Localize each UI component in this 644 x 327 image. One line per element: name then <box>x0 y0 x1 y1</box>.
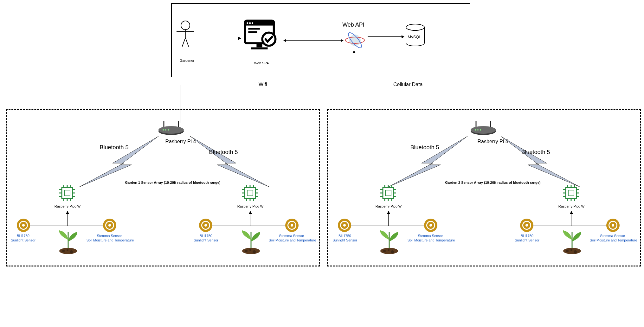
svg-point-84 <box>388 249 390 251</box>
g2-bt-left-label: Bluetooth 5 <box>404 144 445 151</box>
web-spa-icon <box>241 16 282 58</box>
svg-rect-85 <box>566 188 576 198</box>
g2-right-light-sensor-icon <box>520 219 533 232</box>
garden1-router-icon <box>157 120 185 139</box>
g2-left-soil-l2: Soil Moisture and Temperature <box>403 238 459 243</box>
g2-right-chip-label: Rasberry Pico W <box>556 204 587 208</box>
svg-point-18 <box>165 129 166 131</box>
g1-right-chip-label: Rasberry Pico W <box>235 204 266 208</box>
garden1-title: Garden 1 Sensor Array (10-20ft radius of… <box>109 181 236 184</box>
uplink-split-hline <box>181 85 485 85</box>
svg-point-81 <box>380 248 398 254</box>
g2-bt-right-label: Bluetooth 5 <box>515 149 556 156</box>
svg-point-48 <box>67 249 68 251</box>
svg-point-23 <box>471 126 496 134</box>
svg-point-100 <box>566 250 569 252</box>
svg-point-19 <box>168 129 169 131</box>
svg-point-63 <box>242 248 260 254</box>
web-spa-label: Web SPA <box>250 61 273 65</box>
g1-right-soil-sensor-icon <box>285 219 299 232</box>
g1-bt-left-label: Bluetooth 5 <box>93 144 135 151</box>
svg-point-101 <box>574 250 577 253</box>
api-uplink-vline <box>354 51 354 85</box>
g1-left-soil-l2: Soil Moisture and Temperature <box>82 238 138 243</box>
g2-right-soil-l2: Soil Moisture and Temperature <box>586 238 641 243</box>
svg-rect-7 <box>256 43 262 48</box>
svg-point-2 <box>247 22 248 24</box>
wifi-label: Wifi <box>257 82 269 87</box>
svg-point-102 <box>570 249 572 251</box>
svg-point-24 <box>475 129 476 131</box>
svg-point-64 <box>245 250 248 252</box>
g1-left-plant-icon <box>55 226 81 257</box>
svg-point-25 <box>477 129 479 131</box>
g2-right-light-l1: BH1750 <box>514 234 540 238</box>
cellular-label: Cellular Data <box>391 82 424 87</box>
gardener-icon <box>174 21 196 51</box>
mysql-icon: MySQL <box>406 24 423 46</box>
svg-marker-29 <box>388 136 467 187</box>
svg-point-65 <box>253 250 256 253</box>
g1-right-soil-l1: Stemma Sensor <box>276 234 307 238</box>
svg-rect-50 <box>247 190 253 196</box>
g2-right-light-l2: Sunlight Sensor <box>511 238 543 243</box>
g2-right-soil-sensor-icon <box>606 219 620 232</box>
g1-bt-right-label: Bluetooth 5 <box>203 149 244 156</box>
svg-rect-67 <box>383 188 394 198</box>
g2-left-light-sensor-icon <box>338 219 351 232</box>
mysql-label: MySQL <box>406 35 423 39</box>
g1-left-soil-l1: Stemma Sensor <box>93 234 125 238</box>
g2-left-plant-to-pico <box>388 211 389 226</box>
garden2-title: Garden 2 Sensor Array (10-20ft radius of… <box>429 181 556 184</box>
svg-point-46 <box>62 250 65 252</box>
svg-point-82 <box>383 250 386 252</box>
g1-right-chip-icon <box>241 184 259 203</box>
g1-left-chip-label: Rasberry Pico W <box>52 204 83 208</box>
svg-point-4 <box>252 22 253 24</box>
g2-right-chip-icon <box>562 184 580 203</box>
g1-left-light-l2: Sunlight Sensor <box>7 238 39 243</box>
g1-right-plant-to-pico <box>250 211 250 226</box>
svg-point-45 <box>59 248 77 254</box>
svg-point-16 <box>158 126 184 134</box>
g1-left-soil-sensor-icon <box>103 219 116 232</box>
svg-point-83 <box>391 250 394 253</box>
garden2-router-icon <box>469 120 498 139</box>
g1-right-light-sensor-icon <box>199 219 212 232</box>
g1-left-light-sensor-icon <box>17 219 30 232</box>
g2-right-plant-to-pico <box>571 211 571 226</box>
g1-right-plant-icon <box>238 226 264 257</box>
svg-marker-30 <box>501 136 580 187</box>
spa-api-arrow <box>284 40 343 41</box>
g1-right-soil-l2: Soil Moisture and Temperature <box>265 238 320 243</box>
svg-rect-68 <box>385 190 391 196</box>
g2-left-light-l2: Sunlight Sensor <box>329 238 361 243</box>
g2-left-soil-l1: Stemma Sensor <box>415 234 446 238</box>
svg-point-3 <box>249 22 251 24</box>
g1-right-light-l1: BH1750 <box>193 234 219 238</box>
svg-point-99 <box>563 248 581 254</box>
gardener-label: Gardener <box>174 59 200 62</box>
api-to-mysql-arrow <box>368 36 404 37</box>
svg-point-17 <box>163 129 164 131</box>
architecture-diagram: Gardener Web SPA Web API MySQL <box>0 0 644 327</box>
web-api-icon <box>344 32 366 50</box>
svg-rect-31 <box>62 188 73 198</box>
gardener-to-spa-arrow <box>200 38 241 38</box>
g2-right-plant-icon <box>559 226 585 257</box>
svg-rect-49 <box>245 188 255 198</box>
g1-left-light-l1: BH1750 <box>10 234 36 238</box>
svg-rect-8 <box>251 48 268 50</box>
svg-point-66 <box>249 249 251 251</box>
svg-rect-32 <box>64 190 70 196</box>
web-api-label: Web API <box>336 22 371 28</box>
g2-left-chip-label: Rasberry Pico W <box>373 204 404 208</box>
g1-left-chip-icon <box>58 184 76 203</box>
g2-right-soil-l1: Stemma Sensor <box>597 234 628 238</box>
g1-left-plant-to-pico <box>67 211 68 226</box>
svg-marker-27 <box>79 136 158 187</box>
svg-marker-28 <box>190 136 269 187</box>
g1-right-light-l2: Sunlight Sensor <box>190 238 222 243</box>
svg-rect-86 <box>568 190 574 196</box>
g2-left-soil-sensor-icon <box>424 219 437 232</box>
